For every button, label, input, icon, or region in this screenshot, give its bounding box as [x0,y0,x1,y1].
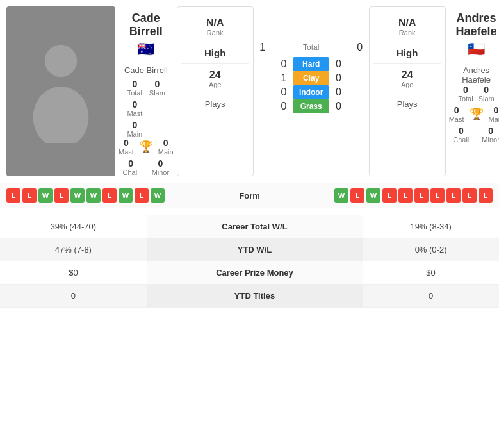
left-stat-main: 0 Main [127,120,143,138]
form-badge-left: W [70,188,85,203]
stat-row: $0 Career Prize Money $0 [0,261,499,285]
surface-row-grass: 0 Grass 0 [277,99,345,113]
left-age-block: 24 Age [181,64,249,94]
stat-row: 47% (7-8) YTD W/L 0% (0-2) [0,238,499,261]
surface-right-score: 0 [332,72,345,84]
right-stat-slam: 0 Slam [479,85,495,103]
left-player-photo [6,6,115,176]
surface-badge-indoor: Indoor [293,85,329,99]
surface-left-score: 0 [277,58,290,70]
left-player-name: Cade Birrell [119,12,174,38]
left-plays-block: Plays [181,94,249,114]
left-stat-minor: 0 Minor [152,158,170,176]
left-stats-grid: 0 Total 0 Slam 0 Mast 0 Main [127,79,165,138]
form-badge-right: W [334,188,348,203]
form-label: Form [224,191,275,201]
right-player-name: Andres Haefele [449,12,499,38]
stat-row: 0 YTD Titles 0 [0,285,499,308]
stat-label: YTD W/L [147,238,363,261]
form-section: LLWLWWLWLW Form WLWLLLLLLL [0,183,499,208]
right-player-info: Andres Haefele 🇨🇱 Andres Haefele 0 Total… [446,6,499,176]
left-stat-mast2: 0 Mast [119,138,134,156]
stat-label: YTD Titles [147,285,363,308]
stat-left-val: 47% (7-8) [0,238,147,261]
stat-left-val: 39% (44-70) [0,215,147,238]
form-badge-right: L [430,188,445,203]
total-row: 1 Total 0 [256,42,366,53]
left-rank-block: N/A Rank [181,12,249,42]
center-area: 1 Total 0 0 Hard 0 1 Clay 0 0 Indoor 0 0… [254,6,369,176]
surface-row-indoor: 0 Indoor 0 [277,85,345,99]
surface-rows: 0 Hard 0 1 Clay 0 0 Indoor 0 0 Grass 0 [277,57,345,113]
surface-right-score: 0 [332,87,345,98]
svg-point-0 [45,44,77,76]
right-rank-block: N/A Rank [373,12,441,42]
form-badge-right: L [462,188,477,203]
left-player-info: Cade Birrell 🇦🇺 Cade Birrell 0 Total 0 S… [115,6,177,176]
right-stat-total: 0 Total [458,85,473,103]
surface-row-clay: 1 Clay 0 [277,71,345,85]
form-badge-right: L [398,188,413,203]
right-mast-main-row: 0 Mast 🏆 0 Main [449,105,499,123]
form-badge-right: L [350,188,364,203]
stat-right-val: 0% (0-2) [363,238,499,261]
form-badges-right: WLWLLLLLLL [275,188,493,203]
left-trophy-row: 0 Mast 🏆 0 Main [119,138,174,156]
surface-right-score: 0 [332,101,345,112]
form-badge-left: L [6,188,20,203]
right-stat-minor: 0 Minor [482,126,499,144]
left-chall-minor: 0 Chall 0 Minor [123,158,170,176]
form-badge-left: L [102,188,117,203]
total-left-score: 1 [256,42,269,53]
stat-right-val: $0 [363,261,499,285]
right-stat-main: 0 Main [489,105,499,123]
surface-left-score: 0 [277,101,290,112]
stat-right-val: 0 [363,285,499,308]
left-stat-slam: 0 Slam [149,79,165,97]
form-badge-right: L [446,188,461,203]
left-trophy-icon: 🏆 [139,140,153,154]
surface-left-score: 1 [277,72,290,84]
form-badge-left: L [54,188,69,203]
surface-badge-clay: Clay [293,71,329,85]
stat-label: Career Prize Money [147,261,363,285]
stat-row: 39% (44-70) Career Total W/L 19% (8-34) [0,215,499,238]
right-stat-chall: 0 Chall [453,126,469,144]
left-stat-main2: 0 Main [158,138,174,156]
main-container: Cade Birrell 🇦🇺 Cade Birrell 0 Total 0 S… [0,0,499,308]
left-stat-total: 0 Total [127,79,143,97]
surface-left-score: 0 [277,87,290,98]
right-trophy-row: 0 Total 0 Slam [458,85,494,103]
right-age-block: 24 Age [373,64,441,94]
right-chall-minor: 0 Chall 0 Minor [453,126,499,144]
stat-left-val: 0 [0,285,147,308]
surface-badge-grass: Grass [293,99,329,113]
form-badges-left: LLWLWWLWLW [6,188,224,203]
surface-badge-hard: Hard [293,57,329,71]
bottom-stats-table: 39% (44-70) Career Total W/L 19% (8-34) … [0,215,499,308]
form-badge-left: W [151,188,165,203]
form-badge-right: W [366,188,380,203]
form-badge-left: W [86,188,101,203]
left-player-label: Cade Birrell [124,65,168,75]
stat-left-val: $0 [0,261,147,285]
right-plays-block: Plays [373,94,441,114]
right-player-flag: 🇨🇱 [468,41,485,58]
right-high-block: High [373,42,441,64]
left-player-flag: 🇦🇺 [137,41,154,58]
top-section: Cade Birrell 🇦🇺 Cade Birrell 0 Total 0 S… [0,0,499,183]
left-high-block: High [181,42,249,64]
right-trophy-icon: 🏆 [470,107,484,121]
total-label: Total [303,43,319,52]
stat-label: Career Total W/L [147,215,363,238]
left-stat-chall: 0 Chall [123,158,139,176]
form-badge-left: L [135,188,149,203]
form-badge-left: L [22,188,37,203]
left-stat-mast: 0 Mast [127,99,143,117]
right-player-label: Andres Haefele [449,65,499,85]
form-badge-right: L [414,188,429,203]
form-badge-right: L [479,188,493,203]
left-middle-panel: N/A Rank High 24 Age Plays [177,6,254,176]
right-stat-mast: 0 Mast [449,105,464,123]
form-badge-right: L [382,188,397,203]
